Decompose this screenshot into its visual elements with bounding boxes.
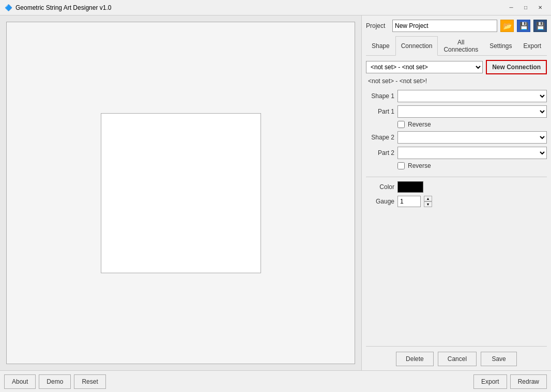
part2-select[interactable] xyxy=(397,147,547,159)
canvas-area xyxy=(0,15,362,370)
tab-all-connections[interactable]: All Connections xyxy=(438,36,484,55)
connection-select-row: <not set> - <not set> New Connection xyxy=(366,60,547,74)
tab-export[interactable]: Export xyxy=(518,36,547,55)
about-button[interactable]: About xyxy=(4,374,36,389)
project-input[interactable] xyxy=(392,20,497,32)
reverse1-checkbox[interactable] xyxy=(397,121,405,128)
right-panel: Project 📂 💾 💾 Shape Connection All Conne… xyxy=(362,15,551,370)
project-label: Project xyxy=(366,22,389,29)
connection-status: <not set> - <not set>! xyxy=(366,77,547,85)
canvas-inner xyxy=(101,113,261,273)
part2-row: Part 2 xyxy=(366,147,547,159)
export-button[interactable]: Export xyxy=(473,374,507,389)
shape2-row: Shape 2 xyxy=(366,131,547,144)
tab-bar: Shape Connection All Connections Setting… xyxy=(366,36,547,56)
canvas-outer xyxy=(6,22,355,364)
connection-dropdown[interactable]: <not set> - <not set> xyxy=(366,61,483,73)
reverse2-checkbox[interactable] xyxy=(397,162,405,169)
main-content: Project 📂 💾 💾 Shape Connection All Conne… xyxy=(0,15,551,370)
bottom-toolbar: About Demo Reset Export Redraw xyxy=(0,370,551,392)
shape2-label: Shape 2 xyxy=(366,134,394,141)
reset-button[interactable]: Reset xyxy=(74,374,105,389)
color-row: Color xyxy=(366,181,547,193)
tab-shape[interactable]: Shape xyxy=(366,36,395,55)
shape1-label: Shape 1 xyxy=(366,92,394,100)
project-row: Project 📂 💾 💾 xyxy=(366,20,547,32)
title-bar: 🔷 Geometric String Art Designer v1.0 ─ □… xyxy=(0,0,551,15)
part1-row: Part 1 xyxy=(366,105,547,118)
redraw-button[interactable]: Redraw xyxy=(510,374,547,389)
right-panel-inner: Project 📂 💾 💾 Shape Connection All Conne… xyxy=(366,20,547,366)
gauge-spinner: ▲ ▼ xyxy=(424,196,432,207)
cancel-button[interactable]: Cancel xyxy=(438,352,477,366)
demo-button[interactable]: Demo xyxy=(39,374,71,389)
gauge-label: Gauge xyxy=(366,198,394,205)
shape1-select[interactable] xyxy=(397,90,547,102)
color-label: Color xyxy=(366,183,394,191)
saveas-button[interactable]: 💾 xyxy=(533,20,547,32)
tab-settings[interactable]: Settings xyxy=(484,36,517,55)
window-title: Geometric String Art Designer v1.0 xyxy=(16,4,504,11)
gauge-down-button[interactable]: ▼ xyxy=(424,201,432,207)
gauge-row: Gauge ▲ ▼ xyxy=(366,196,547,207)
tab-connection[interactable]: Connection xyxy=(395,36,438,56)
color-swatch[interactable] xyxy=(397,181,423,193)
minimize-button[interactable]: ─ xyxy=(504,3,518,13)
app-icon: 🔷 xyxy=(4,4,12,12)
reverse2-label: Reverse xyxy=(408,162,431,169)
reverse2-row: Reverse xyxy=(366,162,547,169)
new-connection-button[interactable]: New Connection xyxy=(486,60,547,74)
gauge-input[interactable] xyxy=(397,196,421,207)
save-button[interactable]: 💾 xyxy=(517,20,530,32)
panel-bottom-buttons: Delete Cancel Save xyxy=(366,346,547,366)
maximize-button[interactable]: □ xyxy=(519,3,532,13)
separator xyxy=(366,177,547,177)
gauge-up-button[interactable]: ▲ xyxy=(424,196,432,201)
part2-label: Part 2 xyxy=(366,149,394,156)
delete-button[interactable]: Delete xyxy=(396,352,434,366)
close-button[interactable]: ✕ xyxy=(533,3,547,13)
window-controls: ─ □ ✕ xyxy=(504,3,547,13)
shape1-row: Shape 1 xyxy=(366,90,547,102)
reverse1-row: Reverse xyxy=(366,121,547,128)
open-button[interactable]: 📂 xyxy=(500,20,514,32)
save-panel-button[interactable]: Save xyxy=(481,352,517,366)
reverse1-label: Reverse xyxy=(408,121,431,128)
part1-select[interactable] xyxy=(397,105,547,118)
part1-label: Part 1 xyxy=(366,108,394,115)
shape2-select[interactable] xyxy=(397,131,547,144)
